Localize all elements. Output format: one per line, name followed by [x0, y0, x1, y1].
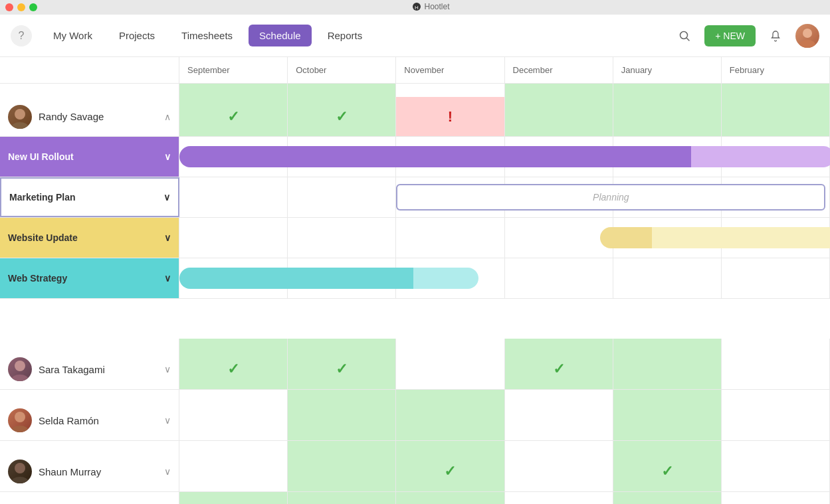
chevron-web-strategy[interactable]: ∨	[164, 273, 171, 284]
sara-dec: ✓	[505, 349, 613, 389]
marketing-timeline: Planning	[179, 177, 830, 217]
sara-cells: ✓ ✓ ✓	[179, 349, 830, 389]
marketing-bar-label: Planning	[593, 192, 629, 203]
expand-sara[interactable]: ∨	[164, 364, 171, 375]
new-button[interactable]: + NEW	[704, 25, 756, 46]
nav-my-work[interactable]: My Work	[43, 25, 103, 46]
project-name-new-ui: New UI Rollout	[8, 151, 74, 162]
svg-point-7	[11, 122, 29, 129]
name-shaun: Shaun Murray	[39, 466, 157, 477]
svg-point-9	[11, 375, 29, 381]
randy-sep-check: ✓	[227, 108, 239, 126]
chevron-marketing[interactable]: ∨	[163, 192, 170, 203]
web-strategy-bar-main	[179, 268, 413, 289]
project-label-new-ui[interactable]: New UI Rollout ∨	[0, 137, 179, 177]
marketing-bar: Planning	[396, 184, 825, 210]
sara-nov	[396, 349, 504, 389]
project-row-web-strategy: Web Strategy ∨	[0, 258, 830, 299]
new-ui-bar-light	[691, 146, 830, 167]
randy-oct: ✓	[288, 97, 396, 136]
expand-shaun[interactable]: ∨	[164, 466, 171, 477]
hootlet-icon: H	[412, 2, 421, 11]
randy-nov-exclaim: !	[448, 108, 453, 126]
selda-nov	[396, 400, 504, 440]
user-avatar-img	[795, 24, 819, 48]
months-header: September October November December Janu…	[0, 57, 830, 84]
maximize-window-btn[interactable]	[29, 3, 37, 11]
user-avatar[interactable]	[795, 24, 819, 48]
nav-schedule[interactable]: Schedule	[249, 25, 312, 46]
nav-timesheets-label: Timesheets	[181, 30, 233, 41]
expand-randy[interactable]: ∧	[164, 112, 171, 122]
chevron-website[interactable]: ∨	[164, 232, 171, 243]
month-december: December	[505, 57, 613, 83]
nav-projects[interactable]: Projects	[108, 25, 165, 46]
nav-timesheets[interactable]: Timesheets	[171, 25, 243, 46]
top-bar-dec	[505, 84, 613, 97]
shaun-oct	[288, 452, 396, 491]
randy-nov: !	[396, 97, 504, 136]
window-controls[interactable]	[5, 3, 37, 11]
sara-main-row: Sara Takagami ∨ ✓ ✓ ✓	[0, 349, 830, 389]
svg-point-11	[11, 426, 29, 432]
sara-section: Sara Takagami ∨ ✓ ✓ ✓	[0, 339, 830, 390]
shaun-cells: ✓ ✓	[179, 452, 830, 491]
svg-point-5	[799, 40, 815, 48]
nav-reports-label: Reports	[328, 30, 363, 41]
randy-dec	[505, 97, 613, 136]
randy-sep: ✓	[179, 97, 288, 136]
person-row-randy: Randy Savage ∧ ✓ ✓ !	[0, 97, 830, 137]
notifications-button[interactable]	[764, 24, 787, 48]
svg-point-2	[680, 31, 688, 39]
project-label-website[interactable]: Website Update ∨	[0, 218, 179, 258]
avatar-selda-img	[8, 408, 32, 432]
top-bar-sep	[179, 84, 288, 97]
randy-feb	[722, 97, 830, 136]
project-label-marketing[interactable]: Marketing Plan ∨	[0, 177, 179, 217]
new-button-label: + NEW	[715, 31, 745, 41]
top-bar-oct	[288, 84, 396, 97]
titlebar-app-name: H Hootlet	[37, 2, 825, 13]
search-button[interactable]	[673, 24, 696, 48]
selda-main-row: Selda Ramón ∨	[0, 400, 830, 440]
selda-cells	[179, 400, 830, 440]
top-bars-row	[0, 84, 830, 97]
name-sara: Sara Takagami	[39, 364, 157, 375]
month-september: September	[179, 57, 288, 83]
expand-selda[interactable]: ∨	[164, 415, 171, 426]
month-january: January	[613, 57, 722, 83]
shaun-section: Shaun Murray ∨ ✓ ✓	[0, 441, 830, 492]
schedule-rows: Randy Savage ∧ ✓ ✓ !	[0, 84, 830, 504]
svg-point-13	[11, 477, 29, 483]
project-name-marketing: Marketing Plan	[9, 192, 76, 203]
schedule-container: September October November December Janu…	[0, 57, 830, 504]
shaun-dec	[505, 452, 613, 491]
project-row-new-ui: New UI Rollout ∨	[0, 137, 830, 177]
web-strategy-timeline	[179, 258, 830, 298]
randy-jan	[613, 97, 722, 136]
avatar-randy-img	[8, 105, 32, 129]
project-label-web-strategy[interactable]: Web Strategy ∨	[0, 258, 179, 298]
top-bar-jan	[613, 84, 722, 97]
chevron-new-ui[interactable]: ∨	[164, 151, 171, 162]
project-row-marketing: Marketing Plan ∨ Planning	[0, 177, 830, 218]
name-randy: Randy Savage	[39, 111, 157, 122]
svg-text:H: H	[415, 4, 419, 10]
avatar-randy	[8, 105, 32, 129]
top-bar-feb	[722, 84, 830, 97]
navbar: ? My Work Projects Timesheets Schedule R…	[0, 15, 830, 57]
nav-reports[interactable]: Reports	[317, 25, 373, 46]
project-row-website: Website Update ∨	[0, 218, 830, 258]
top-bar-left-spacer	[0, 84, 179, 97]
person-info-sara: Sara Takagami ∨	[0, 349, 179, 389]
sara-jan	[613, 349, 722, 389]
svg-point-4	[803, 29, 812, 38]
help-icon[interactable]: ?	[11, 25, 32, 46]
shaun-jan: ✓	[613, 452, 722, 491]
svg-point-12	[15, 463, 25, 473]
close-window-btn[interactable]	[5, 3, 13, 11]
avatar-sara	[8, 357, 32, 381]
search-icon	[678, 30, 690, 42]
nav-schedule-label: Schedule	[259, 30, 301, 41]
minimize-window-btn[interactable]	[17, 3, 25, 11]
